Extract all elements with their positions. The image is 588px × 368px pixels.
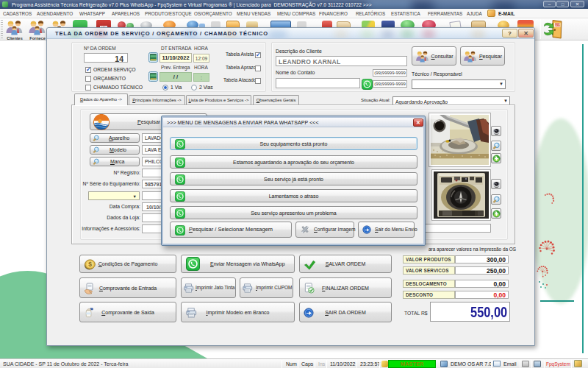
svg-text:EXIT: EXIT [554,24,561,27]
